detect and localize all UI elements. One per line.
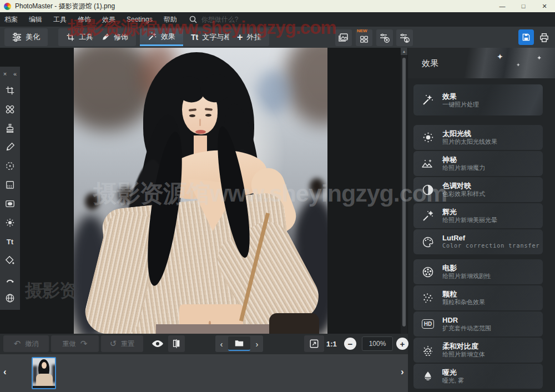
effect-card-tone-mapping[interactable]: 色调对映色彩效果和样式	[413, 177, 543, 202]
split-compare-button[interactable]	[168, 335, 185, 352]
effect-card-matte[interactable]: 哑光哑光, 雾	[413, 364, 543, 389]
film-reel-icon	[413, 265, 442, 279]
close-button[interactable]: ✕	[534, 0, 555, 12]
open-folder-button[interactable]	[228, 336, 250, 351]
tab-label: 工具	[79, 32, 93, 42]
zoom-out-button[interactable]: −	[344, 338, 356, 350]
plus-icon: +	[237, 32, 243, 43]
thumbnail-art	[33, 386, 56, 389]
add-preset-button[interactable]	[376, 29, 393, 46]
effect-card-subtitle: 哑光, 雾	[442, 376, 464, 384]
effect-card-grain[interactable]: 颗粒颗粒和杂色效果	[413, 285, 543, 310]
thumbnail-art	[36, 374, 53, 387]
subject-skirt	[156, 324, 273, 334]
preview-original-button[interactable]	[148, 335, 168, 352]
selection-tool[interactable]	[0, 157, 20, 175]
tab-retouch[interactable]: 修饰	[93, 28, 136, 46]
subject-eye	[189, 114, 195, 117]
menu-file[interactable]: 档案	[4, 12, 23, 27]
sparkle-icon: ✦	[516, 62, 521, 68]
effects-panel-header: 效果 ✦ ✦ ✦	[408, 48, 555, 78]
effect-card-title: 颗粒	[442, 290, 485, 298]
scrollbar-thumb[interactable]	[402, 58, 406, 326]
effect-card-sun-rays[interactable]: 太阳光线照片的太阳光线效果	[413, 125, 543, 150]
print-button[interactable]	[536, 29, 552, 45]
face-mesh-tool[interactable]	[0, 289, 20, 308]
thumbnail-selected[interactable]	[32, 357, 56, 389]
text-tool[interactable]: Tt	[0, 232, 20, 251]
crop-icon	[66, 33, 75, 42]
effect-card-title: 电影	[442, 264, 491, 272]
maximize-button[interactable]: □	[513, 0, 534, 12]
minimize-button[interactable]: —	[492, 0, 513, 12]
prev-image-button[interactable]: ‹	[218, 339, 225, 349]
undo-button[interactable]: ↶ 撤消	[3, 335, 49, 352]
download-preset-button[interactable]	[396, 29, 413, 46]
undo-label: 撤消	[25, 339, 38, 349]
tab-effects[interactable]: 效果	[140, 28, 183, 46]
menu-effects[interactable]: 效果	[97, 12, 121, 27]
effect-card-subtitle: 颗粒和杂色效果	[442, 298, 485, 306]
undo-icon: ↶	[14, 339, 21, 349]
tab-label: 美化	[26, 32, 40, 42]
redo-button[interactable]: 重做 ↷	[51, 335, 99, 352]
tab-beautify[interactable]: 美化	[4, 28, 48, 46]
menu-help[interactable]: 帮助	[158, 12, 183, 27]
tab-plugins[interactable]: + 外挂	[229, 28, 269, 46]
effect-card-hdr[interactable]: HD HDR扩充套件动态范围	[413, 311, 543, 336]
effect-card-effects[interactable]: 效果一键照片处理	[413, 84, 543, 115]
brush-tool[interactable]	[0, 138, 20, 157]
tab-label: 效果	[161, 32, 175, 42]
save-button[interactable]	[518, 29, 534, 45]
curve-tool[interactable]	[0, 270, 20, 289]
menu-tools[interactable]: 工具	[48, 12, 72, 27]
photo-bg-blur	[285, 48, 327, 125]
crop-rotate-tool[interactable]	[0, 81, 20, 100]
clone-stamp-tool[interactable]	[0, 119, 20, 138]
light-tool[interactable]	[0, 213, 20, 232]
search-input[interactable]	[201, 16, 324, 23]
effect-card-subtitle: 扩充套件动态范围	[442, 324, 491, 332]
effect-card-film[interactable]: 电影给照片新增戏剧性	[413, 259, 543, 284]
subject-handbag	[269, 313, 319, 334]
fill-tool[interactable]	[0, 251, 20, 270]
panel-close-icon[interactable]: ×	[3, 71, 7, 77]
effect-card-lutref[interactable]: LutRefColor correction transfer	[413, 229, 543, 254]
ratio-1-1-button[interactable]: 1:1	[326, 335, 337, 352]
reset-button[interactable]: ↺ 重置	[101, 335, 143, 352]
menu-settings[interactable]: Seetings	[121, 12, 158, 27]
effects-panel: 效果 ✦ ✦ ✦ 效果一键照片处理 太阳光线照片的太阳光线效果 神秘给照片新增魔…	[408, 48, 555, 392]
effect-card-mystic[interactable]: 神秘给照片新增魔力	[413, 151, 543, 176]
redo-label: 重做	[63, 339, 76, 349]
grain-icon	[413, 292, 442, 304]
effect-card-glow[interactable]: 辉光给照片新增美丽光晕	[413, 203, 543, 228]
next-image-button[interactable]: ›	[253, 339, 261, 349]
new-feature-button[interactable]: NEW	[356, 29, 372, 46]
tab-label: 修饰	[114, 32, 128, 42]
filmstrip-next-button[interactable]: ›	[401, 366, 404, 378]
fit-screen-button[interactable]	[304, 335, 324, 352]
zoom-level-field[interactable]: 100%	[362, 336, 393, 351]
hdr-icon: HD	[413, 319, 442, 329]
menu-retouch[interactable]: 修饰	[72, 12, 97, 27]
canvas-scrollbar[interactable]: ▲	[401, 48, 407, 334]
sun-rays-icon	[413, 131, 442, 144]
effect-card-soft-contrast[interactable]: 柔和对比度给照片新增立体	[413, 338, 543, 363]
effect-card-subtitle: 一键照片处理	[442, 100, 479, 108]
panel-collapse-icon[interactable]: «	[13, 71, 17, 77]
effect-card-title: 柔和对比度	[442, 342, 485, 350]
effect-card-subtitle: 给照片新增美丽光晕	[442, 216, 497, 224]
menu-edit[interactable]: 编辑	[23, 12, 48, 27]
batch-images-button[interactable]	[335, 29, 352, 46]
mosaic-tool[interactable]	[0, 175, 20, 194]
image-navigator: ‹ ›	[215, 335, 263, 352]
effect-card-title: 神秘	[442, 155, 485, 164]
subject-lips	[195, 130, 206, 134]
heal-patch-tool[interactable]	[0, 100, 20, 119]
magic-wand-icon	[413, 93, 442, 107]
zoom-in-button[interactable]: +	[396, 338, 408, 350]
filmstrip-prev-button[interactable]: ‹	[3, 366, 7, 378]
vignette-tool[interactable]	[0, 194, 20, 213]
scroll-up-icon[interactable]: ▲	[401, 48, 407, 55]
reset-icon: ↺	[110, 339, 117, 349]
